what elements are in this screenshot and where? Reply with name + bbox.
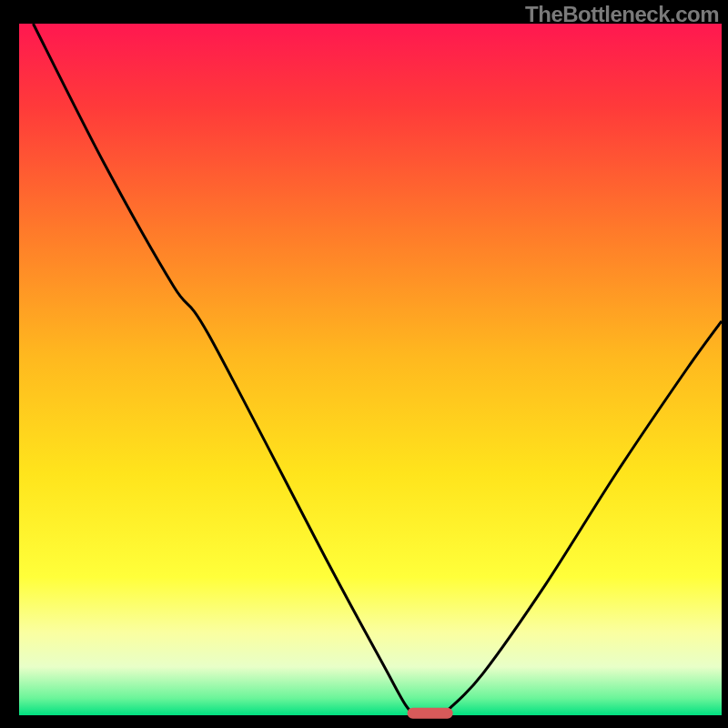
optimal-marker bbox=[408, 708, 453, 719]
plot-gradient-background bbox=[19, 24, 722, 715]
attribution-text: TheBottleneck.com bbox=[525, 2, 719, 27]
bottleneck-chart bbox=[0, 0, 728, 728]
